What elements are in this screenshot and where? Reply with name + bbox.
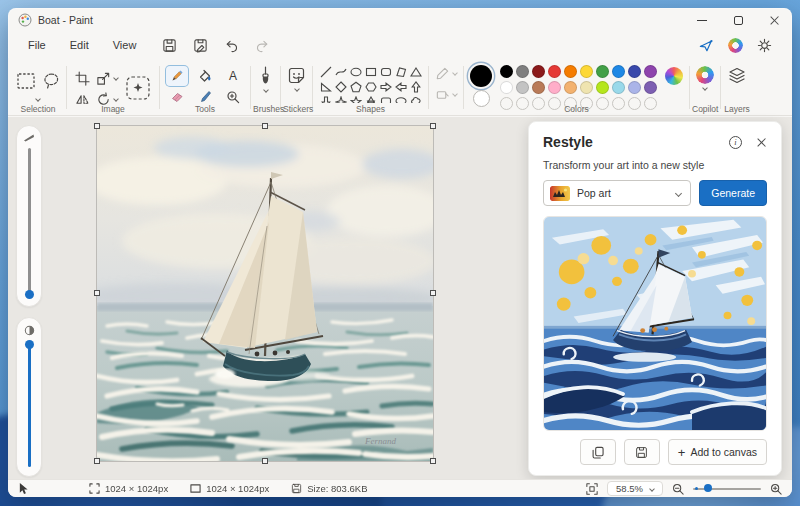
copy-result-button[interactable] bbox=[580, 439, 616, 465]
save-as-icon[interactable] bbox=[193, 38, 208, 53]
restyle-close-icon[interactable] bbox=[756, 137, 767, 148]
shape-fill-icon[interactable] bbox=[435, 87, 450, 102]
size-slider-track[interactable] bbox=[28, 148, 31, 293]
background-removal-icon[interactable] bbox=[125, 75, 151, 101]
rectangle-select-icon[interactable] bbox=[16, 72, 36, 90]
close-button[interactable] bbox=[756, 8, 792, 32]
brush-icon[interactable] bbox=[257, 66, 274, 86]
palette-swatch[interactable] bbox=[500, 65, 513, 78]
redo-icon[interactable] bbox=[255, 38, 270, 53]
palette-swatch[interactable] bbox=[612, 65, 625, 78]
shape-line-icon[interactable] bbox=[319, 65, 332, 78]
copilot-badge-icon[interactable] bbox=[728, 38, 743, 53]
copilot-icon[interactable] bbox=[696, 66, 714, 84]
sticker-icon[interactable] bbox=[287, 66, 306, 85]
shape-arrow-right-icon[interactable] bbox=[379, 80, 392, 93]
layers-icon[interactable] bbox=[727, 67, 747, 86]
palette-swatch[interactable] bbox=[644, 81, 657, 94]
palette-swatch[interactable] bbox=[612, 81, 625, 94]
fill-tool[interactable] bbox=[194, 66, 216, 86]
selection-dropdown-chevron-icon[interactable] bbox=[35, 96, 41, 102]
shape-hexagon-icon[interactable] bbox=[364, 80, 377, 93]
selection-handle[interactable] bbox=[430, 123, 436, 129]
zoom-level-dropdown[interactable]: 58.5% bbox=[607, 481, 663, 496]
palette-swatch[interactable] bbox=[644, 65, 657, 78]
info-icon[interactable]: i bbox=[729, 136, 742, 149]
shape-rectangle-icon[interactable] bbox=[364, 65, 377, 78]
generate-button[interactable]: Generate bbox=[699, 180, 767, 206]
zoom-out-icon[interactable] bbox=[672, 483, 684, 495]
palette-swatch[interactable] bbox=[516, 65, 529, 78]
style-dropdown[interactable]: Pop art bbox=[543, 180, 691, 206]
selection-handle[interactable] bbox=[94, 458, 100, 464]
selection-handle[interactable] bbox=[430, 458, 436, 464]
edit-colors-icon[interactable] bbox=[665, 67, 683, 85]
shape-outline-icon[interactable] bbox=[435, 66, 450, 81]
resize-icon[interactable] bbox=[96, 71, 111, 86]
palette-swatch[interactable] bbox=[596, 81, 609, 94]
shape-arrow-down-icon[interactable] bbox=[319, 95, 332, 103]
shape-pentagon-icon[interactable] bbox=[349, 80, 362, 93]
share-icon[interactable] bbox=[698, 38, 714, 53]
color1-swatch[interactable] bbox=[470, 65, 492, 87]
shape-callout-cloud-icon[interactable] bbox=[409, 95, 422, 103]
palette-swatch[interactable] bbox=[500, 81, 513, 94]
zoom-in-icon[interactable] bbox=[770, 483, 782, 495]
minimize-button[interactable] bbox=[684, 8, 720, 32]
palette-swatch[interactable] bbox=[596, 65, 609, 78]
shape-ellipse-icon[interactable] bbox=[349, 65, 362, 78]
menu-file[interactable]: File bbox=[16, 35, 58, 55]
lasso-select-icon[interactable] bbox=[42, 72, 60, 90]
palette-swatch[interactable] bbox=[580, 65, 593, 78]
shape-triangle-icon[interactable] bbox=[409, 65, 422, 78]
resize-dropdown-chevron-icon[interactable] bbox=[113, 75, 119, 81]
selection-handle[interactable] bbox=[94, 290, 100, 296]
brushes-dropdown-chevron-icon[interactable] bbox=[263, 87, 269, 93]
shape-diamond-icon[interactable] bbox=[334, 80, 347, 93]
shape-callout-oval-icon[interactable] bbox=[394, 95, 407, 103]
opacity-slider-track[interactable] bbox=[28, 347, 31, 467]
menu-edit[interactable]: Edit bbox=[58, 35, 101, 55]
zoom-slider-thumb[interactable] bbox=[704, 484, 712, 492]
palette-swatch[interactable] bbox=[564, 81, 577, 94]
rotate-dropdown-chevron-icon[interactable] bbox=[113, 96, 119, 102]
selection-handle[interactable] bbox=[430, 290, 436, 296]
save-result-button[interactable] bbox=[624, 439, 660, 465]
settings-gear-icon[interactable] bbox=[757, 38, 772, 53]
palette-swatch[interactable] bbox=[628, 65, 641, 78]
text-tool[interactable]: A bbox=[222, 66, 244, 86]
shape-polygon-icon[interactable] bbox=[394, 65, 407, 78]
palette-swatch[interactable] bbox=[548, 81, 561, 94]
save-icon[interactable] bbox=[162, 38, 177, 53]
outline-dropdown-chevron-icon[interactable] bbox=[452, 70, 458, 76]
shape-callout-rounded-icon[interactable] bbox=[379, 95, 392, 103]
shape-right-triangle-icon[interactable] bbox=[319, 80, 332, 93]
stickers-dropdown-chevron-icon[interactable] bbox=[294, 86, 300, 92]
crop-icon[interactable] bbox=[75, 71, 90, 86]
size-slider[interactable] bbox=[16, 125, 42, 307]
shape-rounded-rectangle-icon[interactable] bbox=[379, 65, 392, 78]
palette-swatch[interactable] bbox=[532, 65, 545, 78]
shape-arrow-left-icon[interactable] bbox=[394, 80, 407, 93]
opacity-slider[interactable] bbox=[16, 317, 42, 477]
maximize-button[interactable] bbox=[720, 8, 756, 32]
pencil-tool[interactable] bbox=[166, 66, 188, 86]
shape-star-5-icon[interactable] bbox=[349, 95, 362, 103]
palette-swatch[interactable] bbox=[532, 81, 545, 94]
palette-swatch[interactable] bbox=[516, 81, 529, 94]
zoom-slider[interactable] bbox=[693, 488, 761, 490]
undo-icon[interactable] bbox=[224, 38, 239, 53]
drawing-canvas[interactable]: Fernand bbox=[97, 126, 433, 461]
selection-handle[interactable] bbox=[262, 458, 268, 464]
copilot-dropdown-chevron-icon[interactable] bbox=[702, 85, 708, 91]
palette-swatch[interactable] bbox=[580, 81, 593, 94]
fit-to-screen-icon[interactable] bbox=[586, 483, 598, 495]
shape-arrow-up-icon[interactable] bbox=[409, 80, 422, 93]
selection-handle[interactable] bbox=[262, 123, 268, 129]
palette-swatch[interactable] bbox=[548, 65, 561, 78]
size-slider-thumb[interactable] bbox=[25, 290, 34, 299]
palette-swatch[interactable] bbox=[564, 65, 577, 78]
add-to-canvas-button[interactable]: + Add to canvas bbox=[668, 439, 767, 465]
shape-star-4-icon[interactable] bbox=[334, 95, 347, 103]
menu-view[interactable]: View bbox=[101, 35, 149, 55]
